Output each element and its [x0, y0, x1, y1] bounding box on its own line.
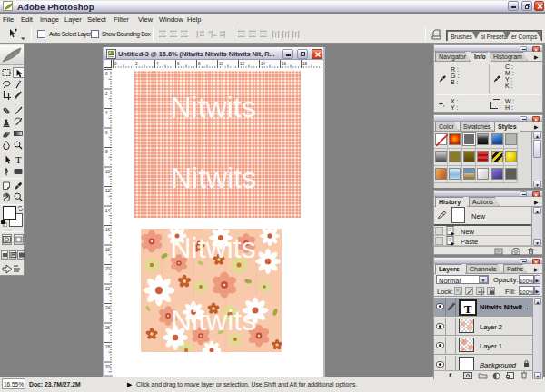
svg-text:18: 18 — [105, 248, 111, 252]
svg-text:16: 16 — [282, 62, 287, 66]
svg-text:16: 16 — [105, 228, 111, 232]
svg-text:28: 28 — [105, 345, 111, 349]
svg-text:10: 10 — [219, 62, 224, 66]
svg-text:26: 26 — [105, 326, 111, 330]
svg-text:14: 14 — [105, 209, 111, 213]
svg-text:20: 20 — [105, 267, 111, 271]
svg-text:T: T — [15, 154, 22, 165]
svg-text:14: 14 — [261, 62, 266, 66]
svg-text:24: 24 — [105, 306, 111, 310]
svg-text:22: 22 — [105, 287, 111, 291]
svg-text:18: 18 — [302, 62, 308, 66]
svg-text:12: 12 — [105, 189, 111, 193]
svg-text:30: 30 — [105, 365, 111, 369]
svg-text:12: 12 — [240, 62, 245, 66]
svg-text:10: 10 — [105, 170, 111, 174]
